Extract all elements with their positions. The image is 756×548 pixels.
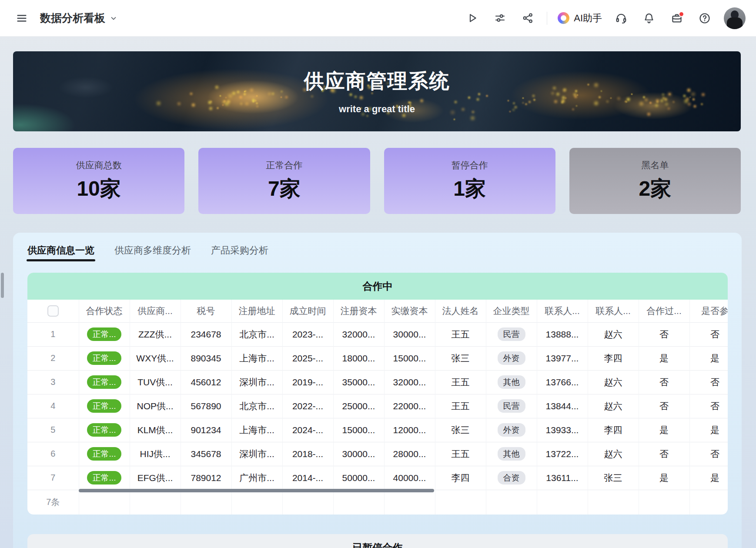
table-cell[interactable]: 外资 xyxy=(486,346,537,370)
table-cell[interactable]: 是 xyxy=(639,466,689,490)
help-button[interactable] xyxy=(696,10,713,27)
column-header-1[interactable]: 供应商... xyxy=(130,300,181,322)
table-cell[interactable]: 上海市... xyxy=(231,346,282,370)
table-cell[interactable]: 正常... xyxy=(79,322,130,346)
column-header-3[interactable]: 注册地址 xyxy=(231,300,282,322)
table-cell[interactable]: 王五 xyxy=(435,322,486,346)
table-cell[interactable]: 12000... xyxy=(384,418,435,442)
table-cell[interactable]: KLM供... xyxy=(130,418,181,442)
table-cell[interactable]: 张三 xyxy=(435,418,486,442)
table-cell[interactable]: 567890 xyxy=(181,394,231,418)
table-cell[interactable]: 2023-... xyxy=(282,322,333,346)
tab-purchase-analysis[interactable]: 产品采购分析 xyxy=(211,244,268,263)
table-cell[interactable]: 2022-... xyxy=(282,394,333,418)
table-cell[interactable]: 是 xyxy=(639,418,689,442)
column-header-2[interactable]: 税号 xyxy=(181,300,231,322)
column-header-12[interactable]: 是否参 xyxy=(689,300,728,322)
ai-assistant-button[interactable]: AI助手 xyxy=(558,12,602,25)
table-cell[interactable]: NOP供... xyxy=(130,394,181,418)
table-cell[interactable]: 李四 xyxy=(588,346,639,370)
share-button[interactable] xyxy=(519,10,536,27)
table-cell[interactable]: 13933... xyxy=(537,418,588,442)
column-header-10[interactable]: 联系人... xyxy=(588,300,639,322)
table-cell[interactable]: 否 xyxy=(639,322,689,346)
table-cell[interactable]: 民营 xyxy=(486,322,537,346)
table-cell[interactable]: 32000... xyxy=(384,370,435,394)
table-cell[interactable]: 否 xyxy=(689,322,728,346)
table-cell[interactable]: 张三 xyxy=(435,346,486,370)
table-cell[interactable]: 890345 xyxy=(181,346,231,370)
table-cell[interactable]: 否 xyxy=(639,394,689,418)
table-cell[interactable]: 民营 xyxy=(486,394,537,418)
table-cell[interactable]: 22000... xyxy=(384,394,435,418)
column-header-11[interactable]: 合作过... xyxy=(639,300,689,322)
table-cell[interactable]: 789012 xyxy=(181,466,231,490)
column-header-9[interactable]: 联系人... xyxy=(537,300,588,322)
table-cell[interactable]: 正常... xyxy=(79,394,130,418)
column-header-6[interactable]: 实缴资本 xyxy=(384,300,435,322)
table-cell[interactable]: 北京市... xyxy=(231,322,282,346)
table-cell[interactable]: 18000... xyxy=(333,346,384,370)
tab-supplier-analysis[interactable]: 供应商多维度分析 xyxy=(114,244,191,263)
table-cell[interactable]: 正常... xyxy=(79,442,130,466)
column-header-7[interactable]: 法人姓名 xyxy=(435,300,486,322)
table-cell[interactable]: 是 xyxy=(689,418,728,442)
table-cell[interactable]: 深圳市... xyxy=(231,370,282,394)
settings-button[interactable] xyxy=(491,10,508,27)
table-cell[interactable]: 正常... xyxy=(79,466,130,490)
table-cell[interactable]: 2014-... xyxy=(282,466,333,490)
table-cell[interactable]: 2019-... xyxy=(282,370,333,394)
table-cell[interactable]: 25000... xyxy=(333,394,384,418)
table-cell[interactable]: 张三 xyxy=(588,466,639,490)
page-scrollbar[interactable] xyxy=(1,273,4,298)
table-cell[interactable]: 901234 xyxy=(181,418,231,442)
table-cell[interactable]: 否 xyxy=(689,442,728,466)
table-cell[interactable]: 13844... xyxy=(537,394,588,418)
menu-button[interactable] xyxy=(13,10,30,27)
table-cell[interactable]: 否 xyxy=(639,370,689,394)
table-cell[interactable]: 赵六 xyxy=(588,442,639,466)
notifications-button[interactable] xyxy=(640,10,658,27)
table-cell[interactable]: 赵六 xyxy=(588,394,639,418)
table-cell[interactable]: 28000... xyxy=(384,442,435,466)
table-cell[interactable]: 13977... xyxy=(537,346,588,370)
table-cell[interactable]: 是 xyxy=(639,346,689,370)
table-cell[interactable]: 40000... xyxy=(384,466,435,490)
support-button[interactable] xyxy=(612,10,630,27)
table-cell[interactable]: 32000... xyxy=(333,322,384,346)
table-cell[interactable]: 李四 xyxy=(588,418,639,442)
present-button[interactable] xyxy=(463,10,481,27)
horizontal-scrollbar[interactable] xyxy=(79,489,434,492)
table-cell[interactable]: 456012 xyxy=(181,370,231,394)
table-cell[interactable]: 35000... xyxy=(333,370,384,394)
table-cell[interactable]: 正常... xyxy=(79,370,130,394)
table-cell[interactable]: 李四 xyxy=(435,466,486,490)
table-cell[interactable]: 15000... xyxy=(333,418,384,442)
table-cell[interactable]: 正常... xyxy=(79,346,130,370)
table-cell[interactable]: 深圳市... xyxy=(231,442,282,466)
table-cell[interactable]: 王五 xyxy=(435,394,486,418)
tab-supplier-overview[interactable]: 供应商信息一览 xyxy=(27,244,94,263)
column-header-0[interactable]: 合作状态 xyxy=(79,300,130,322)
table-cell[interactable]: 其他 xyxy=(486,442,537,466)
table-cell[interactable]: 广州市... xyxy=(231,466,282,490)
table-cell[interactable]: 2018-... xyxy=(282,442,333,466)
table-cell[interactable]: 外资 xyxy=(486,418,537,442)
table-cell[interactable]: 否 xyxy=(689,370,728,394)
table-cell[interactable]: 否 xyxy=(689,394,728,418)
table-cell[interactable]: 234678 xyxy=(181,322,231,346)
table-cell[interactable]: HIJ供... xyxy=(130,442,181,466)
table-cell[interactable]: 13766... xyxy=(537,370,588,394)
table-cell[interactable]: 30000... xyxy=(384,322,435,346)
table-cell[interactable]: 合资 xyxy=(486,466,537,490)
table-cell[interactable]: 上海市... xyxy=(231,418,282,442)
table-cell[interactable]: 赵六 xyxy=(588,370,639,394)
table-cell[interactable]: EFG供... xyxy=(130,466,181,490)
table-cell[interactable]: 50000... xyxy=(333,466,384,490)
table-cell[interactable]: 30000... xyxy=(333,442,384,466)
table-cell[interactable]: 2024-... xyxy=(282,418,333,442)
table-cell[interactable]: 否 xyxy=(639,442,689,466)
column-header-5[interactable]: 注册资本 xyxy=(333,300,384,322)
table-cell[interactable]: 是 xyxy=(689,346,728,370)
column-header-8[interactable]: 企业类型 xyxy=(486,300,537,322)
